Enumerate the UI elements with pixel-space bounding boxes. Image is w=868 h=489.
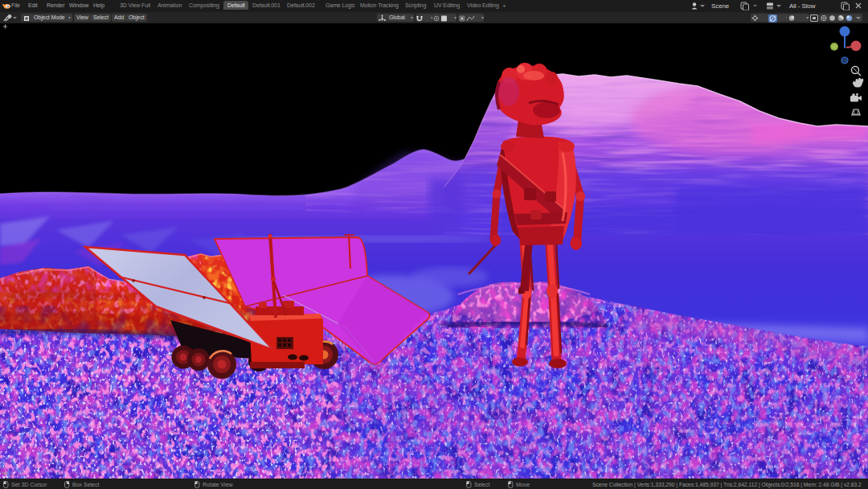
svg-text:Scene: Scene <box>711 2 730 10</box>
svg-text:All - Slow: All - Slow <box>789 2 816 10</box>
